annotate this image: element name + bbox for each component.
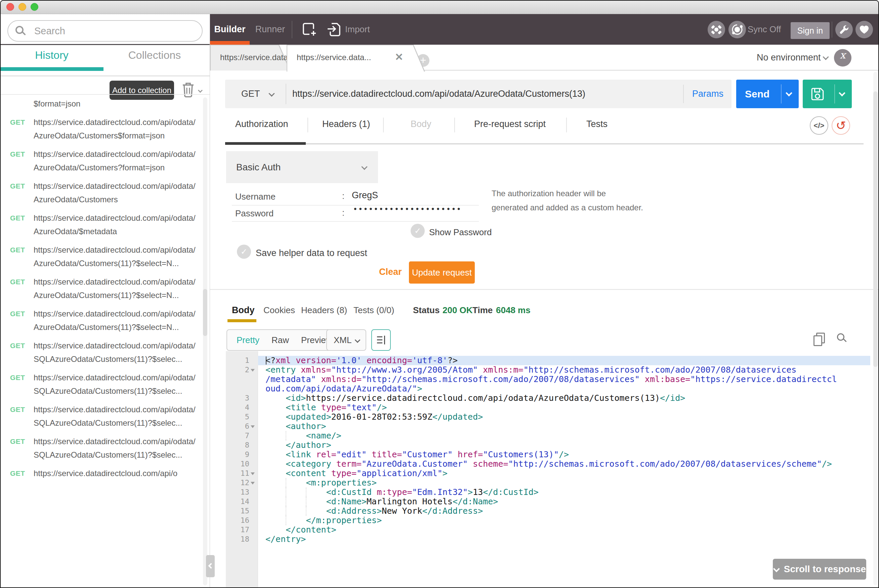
fold-arrow-icon[interactable]: [250, 369, 255, 372]
chevron-down-icon[interactable]: [268, 90, 274, 96]
history-item[interactable]: GEThttps://service.datadirectcloud.com/a…: [0, 113, 210, 145]
close-tab-icon[interactable]: ✕: [395, 52, 403, 62]
active-tab-underline: [0, 67, 104, 71]
divider: [0, 76, 210, 76]
code-line: 5 <updated>2016-01-28T02:53:59Z</updated…: [226, 412, 870, 422]
save-options-chevron-icon[interactable]: [838, 90, 845, 96]
line-number: 15: [226, 506, 258, 516]
app-topbar: Builder Runner Import Sync Off Sign in: [210, 14, 879, 45]
history-item[interactable]: GEThttps://service.datadirectcloud.com/a…: [0, 432, 210, 464]
history-item[interactable]: GEThttps://service.datadirectcloud.com/a…: [0, 145, 210, 177]
history-item[interactable]: $format=json: [0, 95, 210, 113]
history-item[interactable]: GEThttps://service.datadirectcloud.com/a…: [0, 464, 210, 483]
zoom-window-button[interactable]: [31, 3, 38, 11]
search-input[interactable]: [8, 21, 202, 41]
response-tab-body[interactable]: Body: [232, 305, 255, 315]
chevron-down-icon[interactable]: [198, 88, 202, 93]
save-helper-checkbox[interactable]: ✓: [237, 244, 251, 259]
method-select[interactable]: GET: [241, 80, 260, 108]
password-field[interactable]: •••••••••••••••••••••: [354, 204, 462, 214]
response-tab-tests-0-0-[interactable]: Tests (0/0): [354, 305, 394, 315]
request-url-input[interactable]: https://service.datadirectcloud.com/api/…: [292, 80, 585, 108]
code-line: 4 <title type="text"/>: [226, 403, 870, 412]
mac-titlebar: [0, 0, 879, 14]
line-number: 17: [226, 525, 258, 535]
environment-quicklook-icon[interactable]: x: [834, 49, 852, 66]
import-icon[interactable]: [327, 22, 342, 38]
code-line: 18</entry>: [226, 535, 870, 544]
wrap-lines-button[interactable]: [371, 329, 391, 351]
response-body-editor[interactable]: 1<?xml version='1.0' encoding='utf-8'?>2…: [226, 351, 870, 588]
import-label[interactable]: Import: [345, 14, 370, 45]
reset-undo-icon[interactable]: ↺: [832, 116, 850, 135]
show-password-checkbox[interactable]: ✓: [411, 224, 425, 238]
divider: [0, 44, 210, 45]
method-badge: GET: [10, 438, 25, 446]
fold-arrow-icon[interactable]: [250, 425, 255, 428]
nav-tab-runner[interactable]: Runner: [250, 14, 291, 45]
view-mode-pretty[interactable]: Pretty: [237, 335, 260, 345]
view-mode-raw[interactable]: Raw: [272, 335, 289, 345]
divider: [286, 84, 286, 104]
save-floppy-icon: [810, 87, 825, 103]
heart-favorites-icon[interactable]: [855, 21, 873, 38]
environment-selector[interactable]: No environment: [757, 45, 821, 70]
minimize-window-button[interactable]: [18, 3, 26, 11]
new-window-icon[interactable]: [302, 21, 318, 38]
request-subtab-tests[interactable]: Tests: [586, 119, 608, 129]
sync-status-label[interactable]: Sync Off: [748, 14, 781, 45]
history-item[interactable]: GEThttps://service.datadirectcloud.com/a…: [0, 273, 210, 305]
response-tab-headers-8-[interactable]: Headers (8): [301, 305, 347, 315]
format-select[interactable]: XML: [326, 329, 366, 351]
settings-wrench-icon[interactable]: [836, 21, 853, 38]
sync-icon[interactable]: [729, 21, 746, 38]
sidebar-scrollbar-track[interactable]: [203, 98, 207, 585]
history-item[interactable]: GEThttps://service.datadirectcloud.com/a…: [0, 241, 210, 273]
request-subtab-authorization[interactable]: Authorization: [235, 119, 288, 129]
main-scrollbar-thumb[interactable]: [873, 92, 878, 367]
fold-arrow-icon[interactable]: [250, 472, 255, 475]
scroll-to-response-button[interactable]: Scroll to response: [773, 559, 866, 580]
send-options-chevron-icon[interactable]: [786, 90, 792, 96]
search-response-icon[interactable]: [837, 333, 844, 341]
response-tab-cookies[interactable]: Cookies: [263, 305, 295, 315]
copy-icon[interactable]: [813, 333, 824, 345]
send-button[interactable]: Send: [736, 80, 799, 108]
sidebar-tab-collections[interactable]: Collections: [104, 49, 206, 62]
update-request-button[interactable]: Update request: [409, 261, 475, 284]
sidebar-tab-history[interactable]: History: [0, 49, 104, 62]
clear-button[interactable]: Clear: [379, 267, 402, 277]
history-item[interactable]: GEThttps://service.datadirectcloud.com/a…: [0, 400, 210, 432]
history-item[interactable]: GEThttps://service.datadirectcloud.com/a…: [0, 177, 210, 209]
indent-guide: [306, 488, 306, 497]
chevron-down-icon[interactable]: [822, 54, 829, 60]
sidebar-scrollbar-thumb[interactable]: [203, 289, 207, 336]
request-subtab-headers-1-[interactable]: Headers (1): [322, 119, 370, 129]
sign-in-button[interactable]: Sign in: [790, 22, 830, 39]
save-button[interactable]: [803, 80, 852, 108]
line-number: 7: [226, 431, 258, 441]
params-button[interactable]: Params: [692, 80, 723, 108]
close-window-button[interactable]: [6, 3, 14, 11]
history-item[interactable]: GEThttps://service.datadirectcloud.com/a…: [0, 369, 210, 400]
username-field[interactable]: GregS: [352, 190, 378, 201]
nav-tab-builder[interactable]: Builder: [210, 14, 250, 45]
fold-arrow-icon[interactable]: [250, 482, 255, 484]
request-tab-1[interactable]: https://service.data...: [210, 45, 291, 70]
request-tab-2-active[interactable]: https://service.data... ✕: [286, 45, 425, 72]
generate-code-icon[interactable]: </>: [810, 116, 828, 135]
search-box: [8, 20, 202, 42]
code-lines: 1<?xml version='1.0' encoding='utf-8'?>2…: [226, 356, 870, 544]
request-subtab-pre-request-script[interactable]: Pre-request script: [474, 119, 546, 129]
save-helper-label[interactable]: Save helper data to request: [256, 248, 367, 258]
indent-guide: [286, 431, 286, 441]
show-password-label[interactable]: Show Password: [429, 227, 492, 237]
auth-type-select[interactable]: Basic Auth: [226, 151, 378, 183]
request-subtab-body[interactable]: Body: [411, 119, 431, 129]
history-item[interactable]: GEThttps://service.datadirectcloud.com/a…: [0, 305, 210, 337]
history-item[interactable]: GEThttps://service.datadirectcloud.com/a…: [0, 337, 210, 369]
interceptor-icon[interactable]: [708, 21, 725, 38]
sidebar-collapse-handle[interactable]: [206, 555, 215, 577]
status-label: Status: [413, 305, 440, 315]
history-item[interactable]: GEThttps://service.datadirectcloud.com/a…: [0, 209, 210, 241]
